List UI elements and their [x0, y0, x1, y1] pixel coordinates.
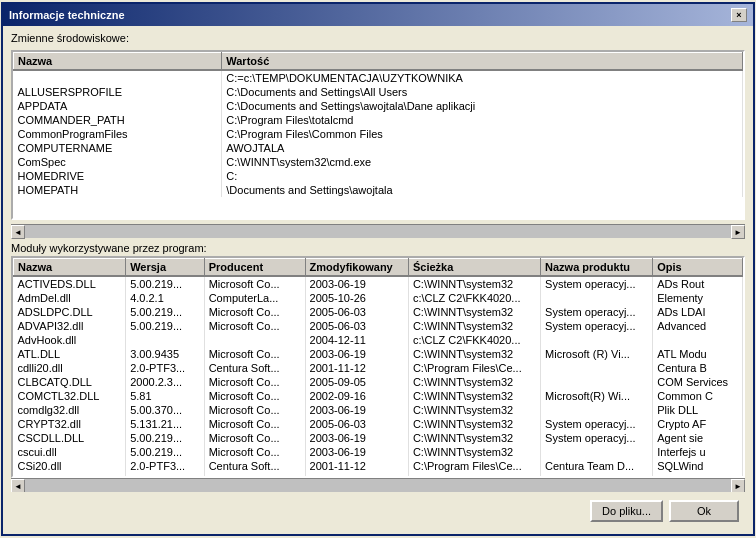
table-cell: 2005-06-03	[305, 319, 408, 333]
mod-scroll-right-arrow[interactable]: ►	[731, 479, 745, 492]
env-col-name: Nazwa	[14, 53, 222, 71]
scroll-track[interactable]	[25, 225, 731, 238]
modules-section-label: Moduły wykorzystywane przez program:	[11, 242, 745, 254]
table-cell: 5.00.219...	[126, 319, 205, 333]
table-row[interactable]: CSi20.dll2.0-PTF3...Centura Soft...2001-…	[14, 459, 743, 473]
table-row[interactable]: AdmDel.dll4.0.2.1ComputerLa...2005-10-26…	[14, 291, 743, 305]
table-row[interactable]: ACTIVEDS.DLL5.00.219...Microsoft Co...20…	[14, 276, 743, 291]
table-cell: COMMANDER_PATH	[14, 113, 222, 127]
table-row[interactable]: C:=c:\TEMP\DOKUMENTACJA\UZYTKOWNIKA	[14, 70, 743, 85]
mod-scroll-track[interactable]	[25, 479, 731, 492]
table-cell: cdlli20.dll	[14, 361, 126, 375]
env-col-value: Wartość	[222, 53, 743, 71]
table-row[interactable]: CSCDLL.DLL5.00.219...Microsoft Co...2003…	[14, 431, 743, 445]
table-cell: Plik DLL	[653, 403, 743, 417]
table-cell: Centura Soft...	[204, 361, 305, 375]
modules-horizontal-scrollbar[interactable]: ◄ ►	[11, 478, 745, 492]
table-row[interactable]: CommonProgramFilesC:\Program Files\Commo…	[14, 127, 743, 141]
table-row[interactable]: CLBCATQ.DLL2000.2.3...Microsoft Co...200…	[14, 375, 743, 389]
table-cell: C:\WINNT\system32	[408, 319, 540, 333]
modules-section: Moduły wykorzystywane przez program: Naz…	[11, 242, 745, 492]
table-cell: 2004-12-11	[305, 333, 408, 347]
table-cell: ADs LDAI	[653, 305, 743, 319]
table-cell	[541, 333, 653, 347]
table-row[interactable]: ALLUSERSPROFILEC:\Documents and Settings…	[14, 85, 743, 99]
table-cell: C:\WINNT\system32	[408, 347, 540, 361]
table-row[interactable]: ADSLDPC.DLL5.00.219...Microsoft Co...200…	[14, 305, 743, 319]
env-table-container[interactable]: Nazwa Wartość C:=c:\TEMP\DOKUMENTACJA\UZ…	[11, 50, 745, 220]
table-row[interactable]: ATL.DLL3.00.9435Microsoft Co...2003-06-1…	[14, 347, 743, 361]
mod-col-path: Ścieżka	[408, 259, 540, 277]
table-cell	[541, 291, 653, 305]
table-cell: C:\Program Files\Ce...	[408, 361, 540, 375]
table-cell: c:\CLZ C2\FKK4020...	[408, 291, 540, 305]
table-cell: 2003-06-19	[305, 431, 408, 445]
table-cell: C:\WINNT\system32	[408, 305, 540, 319]
table-cell: Crypto AF	[653, 417, 743, 431]
mod-scroll-left-arrow[interactable]: ◄	[11, 479, 25, 492]
table-cell: C:\WINNT\system32	[408, 375, 540, 389]
env-header-row: Nazwa Wartość	[14, 53, 743, 71]
table-row[interactable]: COMMANDER_PATHC:\Program Files\totalcmd	[14, 113, 743, 127]
table-cell: 5.00.219...	[126, 276, 205, 291]
table-cell: Microsoft Co...	[204, 319, 305, 333]
table-cell: ATL Modu	[653, 347, 743, 361]
file-button[interactable]: Do pliku...	[590, 500, 663, 522]
table-row[interactable]: COMCTL32.DLL5.81Microsoft Co...2002-09-1…	[14, 389, 743, 403]
table-row[interactable]: CRYPT32.dll5.131.21...Microsoft Co...200…	[14, 417, 743, 431]
table-cell: ADVAPI32.dll	[14, 319, 126, 333]
table-row[interactable]: AdvHook.dll2004-12-11c:\CLZ C2\FKK4020..…	[14, 333, 743, 347]
table-cell: C:	[222, 169, 743, 183]
table-row[interactable]: HOMEDRIVEC:	[14, 169, 743, 183]
table-cell: C:\WINNT\system32\cmd.exe	[222, 155, 743, 169]
table-cell: Microsoft Co...	[204, 276, 305, 291]
table-cell: Centura Soft...	[204, 459, 305, 473]
table-cell: C:\WINNT\system32	[408, 403, 540, 417]
table-cell: SQLWind	[653, 459, 743, 473]
scroll-left-arrow[interactable]: ◄	[11, 225, 25, 239]
table-cell: C:\WINNT\system32	[408, 431, 540, 445]
table-cell: Microsoft Co...	[204, 417, 305, 431]
table-cell: Interfejs u	[653, 445, 743, 459]
table-cell: Microsoft Co...	[204, 445, 305, 459]
table-row[interactable]: ADVAPI32.dll5.00.219...Microsoft Co...20…	[14, 319, 743, 333]
table-cell: AdmDel.dll	[14, 291, 126, 305]
close-button[interactable]: ×	[731, 8, 747, 22]
table-row[interactable]: COMPUTERNAMEAWOJTALA	[14, 141, 743, 155]
modules-table-container[interactable]: Nazwa Wersja Producent Zmodyfikowany Ści…	[11, 256, 745, 478]
table-row[interactable]: HOMEPATH\Documents and Settings\awojtala	[14, 183, 743, 197]
env-horizontal-scrollbar[interactable]: ◄ ►	[11, 224, 745, 238]
table-cell: C:\Documents and Settings\All Users	[222, 85, 743, 99]
table-cell: 2002-09-16	[305, 389, 408, 403]
table-cell: 2001-11-12	[305, 361, 408, 375]
table-cell: System operacyj...	[541, 305, 653, 319]
table-cell: 5.00.219...	[126, 305, 205, 319]
table-cell: \Documents and Settings\awojtala	[222, 183, 743, 197]
scroll-right-arrow[interactable]: ►	[731, 225, 745, 239]
env-table-body: C:=c:\TEMP\DOKUMENTACJA\UZYTKOWNIKAALLUS…	[14, 70, 743, 197]
window-title: Informacje techniczne	[9, 9, 125, 21]
mod-col-producer: Producent	[204, 259, 305, 277]
table-row[interactable]: APPDATAC:\Documents and Settings\awojtal…	[14, 99, 743, 113]
table-row[interactable]: ComSpecC:\WINNT\system32\cmd.exe	[14, 155, 743, 169]
ok-button[interactable]: Ok	[669, 500, 739, 522]
table-row[interactable]: cdlli20.dll2.0-PTF3...Centura Soft...200…	[14, 361, 743, 375]
table-cell: Elementy	[653, 291, 743, 305]
table-cell: Advanced	[653, 319, 743, 333]
table-cell: 3.00.9435	[126, 347, 205, 361]
table-cell: CSCDLL.DLL	[14, 431, 126, 445]
table-row[interactable]: comdlg32.dll5.00.370...Microsoft Co...20…	[14, 403, 743, 417]
table-cell: C:\WINNT\system32	[408, 417, 540, 431]
mod-col-name: Nazwa	[14, 259, 126, 277]
table-cell: Microsoft Co...	[204, 305, 305, 319]
main-window: Informacje techniczne × Zmienne środowis…	[1, 2, 755, 536]
table-cell: ComputerLa...	[204, 291, 305, 305]
table-cell: Microsoft Co...	[204, 375, 305, 389]
table-cell: 2001-11-12	[305, 459, 408, 473]
table-cell: Microsoft Co...	[204, 403, 305, 417]
table-cell: 2005-06-03	[305, 417, 408, 431]
table-row[interactable]: cscui.dll5.00.219...Microsoft Co...2003-…	[14, 445, 743, 459]
table-cell: comdlg32.dll	[14, 403, 126, 417]
table-cell: ADSLDPC.DLL	[14, 305, 126, 319]
table-cell	[541, 361, 653, 375]
